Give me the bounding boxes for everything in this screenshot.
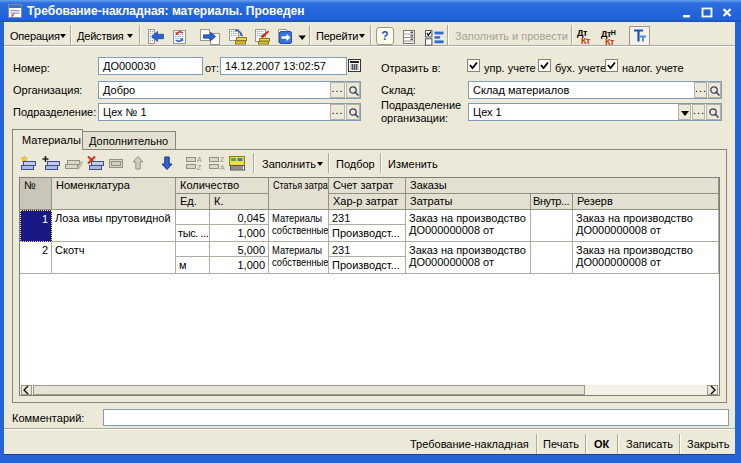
- svg-text:A: A: [220, 164, 225, 171]
- svg-text:A: A: [197, 156, 202, 163]
- svg-text:Z: Z: [197, 164, 202, 171]
- svg-text:Z: Z: [220, 156, 225, 163]
